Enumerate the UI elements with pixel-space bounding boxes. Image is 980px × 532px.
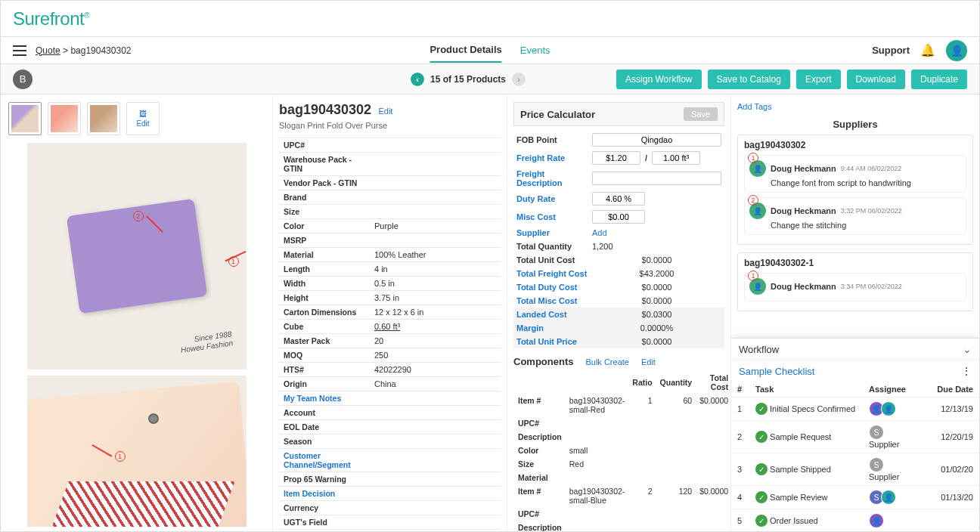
field-value[interactable] (370, 153, 501, 176)
field-value[interactable]: 250 (370, 348, 501, 363)
field-value[interactable]: 4 in (370, 262, 501, 277)
supplier-group-name: bag190430302 (744, 140, 966, 150)
menu-icon[interactable] (13, 45, 26, 56)
pager-text: 15 of 15 Products (430, 74, 506, 85)
field-value[interactable]: 0.60 ft³ (370, 320, 501, 334)
comment[interactable]: 1 👤Doug Heckmann3:34 PM 06/02/2022 (744, 273, 966, 302)
field-value[interactable]: 12 x 12 x 6 in (370, 305, 501, 320)
field-value[interactable]: 20 (370, 334, 501, 348)
field-label: HTS# (279, 363, 370, 377)
add-tags-link[interactable]: Add Tags (737, 102, 973, 111)
toolbar: B ‹ 15 of 15 Products › Assign Workflow … (1, 64, 979, 94)
breadcrumb-root[interactable]: Quote (36, 45, 60, 56)
field-label: Height (279, 291, 370, 305)
field-value[interactable]: China (370, 377, 501, 391)
workflow-table: # Task Assignee Due Date 1✓ Initial Spec… (731, 382, 979, 532)
field-value[interactable] (370, 515, 501, 530)
user-avatar[interactable]: 👤 (946, 40, 967, 61)
field-value[interactable]: 100% Leather (370, 248, 501, 262)
supplier-add-link[interactable]: Add (592, 228, 721, 237)
check-icon: ✓ (755, 431, 768, 443)
comment[interactable]: 1 👤Doug Heckmann9:44 AM 06/02/2022 Chang… (744, 155, 966, 193)
bulk-create-link[interactable]: Bulk Create (585, 357, 628, 367)
freight-unit-input[interactable] (652, 151, 700, 165)
field-label: Cube (279, 320, 370, 334)
field-label: Season (279, 435, 370, 449)
field-value[interactable] (370, 530, 501, 533)
field-value[interactable] (370, 205, 501, 219)
supplier-group: bag1904303021 👤Doug Heckmann9:44 AM 06/0… (737, 135, 973, 245)
field-value[interactable]: 42022290 (370, 363, 501, 377)
workflow-row[interactable]: 4✓ Sample ReviewS👤 01/13/20 (731, 486, 979, 509)
field-label: Color (279, 219, 370, 234)
field-label: Length (279, 262, 370, 277)
thumb-edit[interactable]: 🖼 Edit (126, 102, 160, 135)
field-value[interactable]: 3.75 in (370, 291, 501, 305)
field-value[interactable] (370, 406, 501, 420)
field-label: Customer Channel/Segment (279, 449, 370, 472)
duplicate-button[interactable]: Duplicate (911, 70, 967, 89)
annotation-1b[interactable]: 1 (115, 451, 126, 462)
workflow-row[interactable]: 3✓ Sample ShippedS Supplier01/02/20 (731, 453, 979, 486)
components-title: Components (513, 356, 573, 367)
misc-cost-input[interactable] (592, 210, 645, 224)
workflow-collapse-icon[interactable]: ⌄ (963, 343, 972, 355)
field-value[interactable] (370, 449, 501, 472)
components-edit-link[interactable]: Edit (641, 357, 656, 367)
field-value[interactable] (370, 420, 501, 435)
pager-prev-icon[interactable]: ‹ (411, 73, 424, 86)
field-label: Material (279, 248, 370, 262)
check-icon: ✓ (755, 463, 768, 475)
field-value[interactable] (370, 391, 501, 406)
workflow-row[interactable]: 2✓ Sample RequestS Supplier12/20/19 (731, 421, 979, 453)
assign-workflow-button[interactable]: Assign Workflow (616, 70, 701, 89)
notifications-icon[interactable]: 🔔 (920, 43, 935, 57)
save-to-catalog-button[interactable]: Save to Catalog (708, 70, 790, 89)
annotation-2[interactable]: 2 (133, 211, 144, 221)
checklist-title[interactable]: Sample Checklist (739, 366, 814, 377)
field-label: Account (279, 406, 370, 420)
field-value[interactable] (370, 138, 501, 153)
freight-desc-input[interactable] (592, 172, 721, 185)
calc-save-button[interactable]: Save (684, 107, 718, 121)
field-value[interactable] (370, 501, 501, 515)
field-value[interactable] (370, 487, 501, 501)
product-title: bag190430302 (279, 102, 371, 118)
collaborator-avatar[interactable]: B (13, 70, 33, 89)
field-label: Origin (279, 377, 370, 391)
field-value[interactable] (370, 472, 501, 487)
field-value[interactable] (370, 190, 501, 205)
freight-rate-input[interactable] (592, 151, 640, 165)
thumb-3[interactable] (87, 102, 120, 135)
workflow-more-icon[interactable]: ⋮ (961, 365, 972, 377)
field-value[interactable] (370, 234, 501, 248)
support-link[interactable]: Support (872, 45, 910, 56)
field-label: Prop 65 Warning (279, 472, 370, 487)
image-icon: 🖼 (139, 110, 147, 118)
field-label: Carton Dimensions (279, 305, 370, 320)
workflow-panel: Workflow ⌄ Sample Checklist ⋮ # Task Ass… (731, 338, 979, 532)
field-value[interactable] (370, 435, 501, 449)
field-value[interactable]: Purple (370, 219, 501, 234)
field-value[interactable]: 0.5 in (370, 277, 501, 291)
download-button[interactable]: Download (847, 70, 905, 89)
thumb-2[interactable] (48, 102, 81, 135)
field-label: Master Pack (279, 334, 370, 348)
supplier-group: bag190430302-11 👤Doug Heckmann3:34 PM 06… (737, 252, 973, 311)
supplier-group-name: bag190430302-1 (744, 258, 966, 268)
field-label: Brand (279, 190, 370, 205)
product-image-main: Since 1988Howeu Fashion 2 1 (27, 143, 247, 370)
tab-events[interactable]: Events (520, 39, 550, 62)
components-table: RatioQuantityTotal Cost Item #bag1904303… (513, 370, 731, 532)
fob-point-input[interactable] (592, 133, 721, 147)
duty-rate-input[interactable] (592, 192, 645, 206)
tab-product-details[interactable]: Product Details (430, 38, 501, 63)
export-button[interactable]: Export (796, 70, 841, 89)
comment[interactable]: 2 👤Doug Heckmann3:32 PM 06/02/2022 Chang… (744, 197, 966, 235)
field-value[interactable] (370, 176, 501, 190)
edit-title-link[interactable]: Edit (378, 107, 392, 116)
workflow-row[interactable]: 5✓ Order Issued👤 (731, 509, 979, 533)
thumb-1[interactable] (8, 102, 42, 135)
field-label: Length UDF3 (279, 530, 370, 533)
workflow-row[interactable]: 1✓ Initial Specs Confirmed👤👤 12/13/19 (731, 397, 979, 421)
